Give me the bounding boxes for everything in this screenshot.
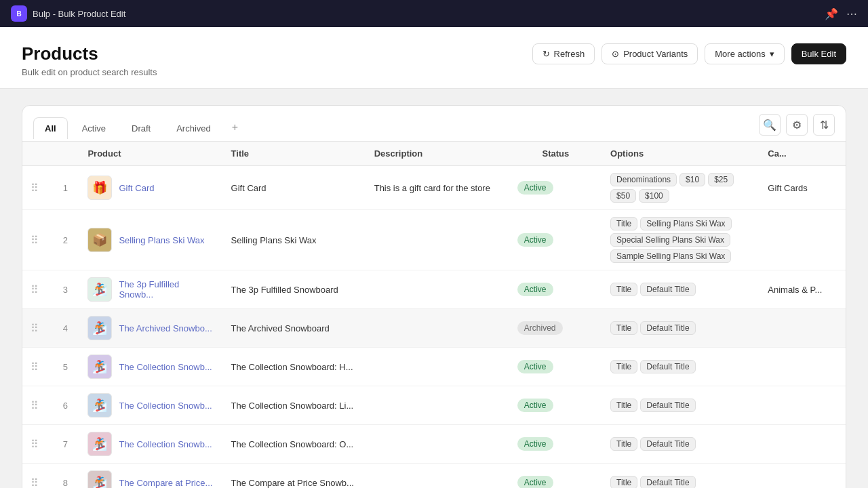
- product-title-cell: The Collection Snowboard: O...: [223, 425, 366, 464]
- product-title-cell: The Collection Snowboard: H...: [223, 348, 366, 386]
- option-tag: $50: [610, 189, 636, 203]
- tab-active[interactable]: Active: [71, 117, 117, 139]
- drag-handle-icon[interactable]: ⠿: [31, 323, 39, 334]
- drag-handle-icon[interactable]: ⠿: [31, 284, 39, 296]
- option-tag: Sample Selling Plans Ski Wax: [610, 249, 731, 263]
- option-tag: Title: [610, 217, 637, 230]
- product-link[interactable]: The Archived Snowbo...: [119, 323, 212, 333]
- option-tag: Title: [610, 476, 637, 488]
- option-tag: Default Title: [640, 399, 695, 412]
- product-options-cell: TitleDefault Title: [602, 309, 760, 348]
- add-tab-button[interactable]: +: [225, 117, 245, 138]
- product-category-cell: [760, 309, 846, 348]
- product-description-cell: [366, 270, 509, 309]
- product-description-cell: [366, 425, 509, 464]
- drag-handle-cell: ⠿: [22, 464, 51, 489]
- col-status-header: Status: [509, 142, 602, 166]
- product-link[interactable]: The Collection Snowb...: [119, 439, 212, 449]
- product-category-cell: [760, 425, 846, 464]
- product-title-cell: The Collection Snowboard: Li...: [223, 386, 366, 425]
- product-title-cell: The 3p Fulfilled Snowboard: [223, 270, 366, 309]
- product-cell: 🏂 The 3p Fulfilled Snowb...: [79, 270, 222, 309]
- product-cell-inner: 🏂 The Collection Snowb...: [87, 354, 214, 379]
- option-tag: $100: [639, 189, 669, 203]
- variants-icon: ⊙: [612, 49, 619, 59]
- product-variants-button[interactable]: ⊙ Product Variants: [601, 43, 698, 64]
- option-tag: Denominations: [610, 173, 677, 186]
- refresh-icon: ↻: [542, 49, 550, 59]
- product-category-cell: [760, 348, 846, 386]
- bulk-edit-button[interactable]: Bulk Edit: [791, 43, 846, 64]
- col-product-header: Product: [79, 142, 222, 166]
- drag-handle-icon[interactable]: ⠿: [31, 361, 39, 373]
- tabs-left: All Active Draft Archived +: [33, 117, 245, 138]
- product-category-cell: [760, 386, 846, 425]
- product-link[interactable]: The 3p Fulfilled Snowb...: [119, 279, 214, 300]
- row-number: 7: [51, 425, 79, 464]
- table-header-row: Product Title Description Status Options…: [22, 142, 846, 166]
- pin-icon[interactable]: 📌: [825, 7, 838, 20]
- page-header-right: ↻ Refresh ⊙ Product Variants More action…: [532, 43, 846, 64]
- product-status-cell: Active: [509, 464, 602, 489]
- product-link[interactable]: The Collection Snowb...: [119, 401, 212, 411]
- col-drag: [22, 142, 51, 166]
- product-cell: 🏂 The Collection Snowb...: [79, 425, 222, 464]
- product-options-cell: TitleDefault Title: [602, 348, 760, 386]
- status-badge: Active: [517, 283, 553, 296]
- option-tag: Title: [610, 399, 637, 412]
- product-thumbnail: 🏂: [87, 277, 112, 302]
- option-tag: Default Title: [640, 321, 695, 335]
- more-menu-icon[interactable]: ⋯: [846, 7, 857, 20]
- status-badge: Active: [517, 399, 553, 412]
- product-cell: 🎁 Gift Card: [79, 166, 222, 210]
- drag-handle-icon[interactable]: ⠿: [31, 477, 39, 489]
- app-title: Bulp - Bulk Product Edit: [33, 9, 125, 19]
- filter-button[interactable]: ⚙: [786, 114, 808, 136]
- product-link[interactable]: The Compare at Price...: [119, 478, 212, 488]
- main-content: All Active Draft Archived + 🔍 ⚙ ⇅ Produc…: [0, 89, 868, 488]
- more-actions-button[interactable]: More actions ▾: [705, 43, 784, 64]
- drag-handle-icon[interactable]: ⠿: [31, 439, 39, 450]
- search-button[interactable]: 🔍: [759, 114, 781, 136]
- refresh-button[interactable]: ↻ Refresh: [532, 43, 595, 64]
- drag-handle-icon[interactable]: ⠿: [31, 235, 39, 246]
- product-status-cell: Active: [509, 386, 602, 425]
- status-badge: Active: [517, 233, 553, 247]
- product-cell-inner: 🏂 The Compare at Price...: [87, 470, 214, 488]
- table-row: ⠿ 4 🏂 The Archived Snowbo... The Archive…: [22, 309, 846, 348]
- option-tag: Selling Plans Ski Wax: [640, 217, 731, 230]
- sort-button[interactable]: ⇅: [813, 114, 835, 136]
- product-options-cell: TitleSelling Plans Ski WaxSpecial Sellin…: [602, 210, 760, 270]
- product-status-cell: Active: [509, 210, 602, 270]
- product-thumbnail: 🏂: [87, 393, 112, 418]
- tab-all[interactable]: All: [33, 117, 68, 139]
- product-cell-inner: 🏂 The Collection Snowb...: [87, 432, 214, 456]
- product-cell-inner: 🏂 The 3p Fulfilled Snowb...: [87, 277, 214, 302]
- topbar: B Bulp - Bulk Product Edit 📌 ⋯: [0, 0, 868, 27]
- product-link[interactable]: The Collection Snowb...: [119, 362, 212, 372]
- drag-handle-cell: ⠿: [22, 166, 51, 210]
- product-description-cell: This is a gift card for the store: [366, 166, 509, 210]
- tab-archived[interactable]: Archived: [165, 117, 222, 139]
- product-link[interactable]: Gift Card: [119, 183, 154, 193]
- row-number: 3: [51, 270, 79, 309]
- product-category-cell: Gift Cards: [760, 166, 846, 210]
- product-options-cell: TitleDefault Title: [602, 270, 760, 309]
- option-tag: $25: [708, 173, 734, 186]
- product-options-cell: TitleDefault Title: [602, 464, 760, 489]
- option-tag: Title: [610, 321, 637, 335]
- table-row: ⠿ 6 🏂 The Collection Snowb... The Collec…: [22, 386, 846, 425]
- product-status-cell: Active: [509, 270, 602, 309]
- tab-draft[interactable]: Draft: [120, 117, 162, 139]
- drag-handle-cell: ⠿: [22, 210, 51, 270]
- option-tag: Title: [610, 437, 637, 451]
- app-icon: B: [11, 5, 27, 22]
- drag-handle-icon[interactable]: ⠿: [31, 400, 39, 411]
- drag-handle-icon[interactable]: ⠿: [31, 182, 39, 194]
- tabs-right: 🔍 ⚙ ⇅: [759, 114, 835, 141]
- option-tag: Default Title: [640, 283, 695, 296]
- product-cell-inner: 📦 Selling Plans Ski Wax: [87, 228, 214, 252]
- product-link[interactable]: Selling Plans Ski Wax: [119, 235, 204, 245]
- product-title-cell: The Archived Snowboard: [223, 309, 366, 348]
- product-category-cell: [760, 464, 846, 489]
